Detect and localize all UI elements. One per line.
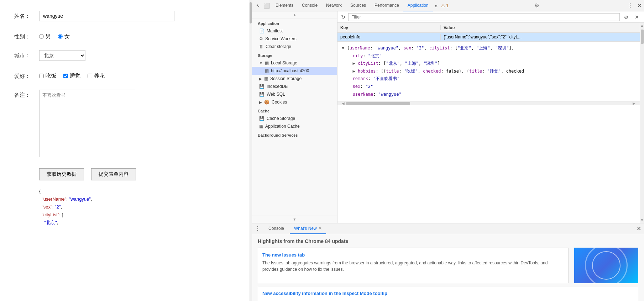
bottom-content-area: Highlights from the Chrome 84 update The… — [252, 234, 644, 301]
gender-female-radio[interactable] — [58, 34, 63, 39]
submit-button[interactable]: 提交表单内容 — [91, 168, 136, 180]
json-line1: { — [39, 188, 235, 195]
remark-label: 备注： — [14, 90, 39, 99]
tab-console[interactable]: Console — [298, 0, 322, 11]
hobby-label: 爱好： — [14, 71, 39, 80]
city-control: 北京 上海 深圳 — [39, 50, 235, 61]
bottom-close-button[interactable]: ✕ — [637, 225, 641, 232]
vertical-scrollbar[interactable]: ▲ ▼ — [640, 23, 644, 223]
history-button[interactable]: 获取历史数据 — [39, 168, 84, 180]
scrollbar-thumb — [250, 2, 252, 23]
h-scroll-left-arrow[interactable]: ◀ — [342, 101, 345, 105]
tab-elements[interactable]: Elements — [271, 0, 298, 11]
name-label: 姓名： — [14, 11, 39, 20]
expand-arrow-3[interactable]: ▶ — [352, 69, 355, 74]
devtools-panel: ↖ ⬜ Elements Console Network Sources Per… — [252, 0, 644, 301]
card-title-2: New accessibility information in the Ins… — [262, 291, 634, 296]
sidebar-item-clear-storage[interactable]: 🗑 Clear storage — [252, 43, 337, 51]
gender-female-option[interactable]: 女 — [58, 33, 70, 40]
preview-line6: sex: "2" — [342, 83, 635, 91]
bottom-menu-icon[interactable]: ⋮ — [255, 225, 261, 232]
sidebar-item-indexeddb[interactable]: 💾 IndexedDB — [252, 83, 337, 90]
sidebar-scroll-top[interactable]: ▲ — [252, 11, 337, 19]
indexeddb-label: IndexedDB — [267, 84, 288, 89]
hobby-sleep-option[interactable]: 睡觉 — [63, 73, 80, 79]
remark-row: 备注： — [14, 90, 235, 158]
tab-performance[interactable]: Performance — [370, 0, 403, 11]
city-select[interactable]: 北京 上海 深圳 — [39, 50, 85, 61]
preview-line2: city: "北京" — [342, 52, 635, 60]
cookies-arrow: ▶ — [259, 100, 262, 104]
hobby-eat-checkbox[interactable] — [39, 74, 44, 78]
web-page-panel: 姓名： 性别： 男 女 城市： 北京 上海 深圳 — [0, 0, 249, 301]
sidebar-item-session-storage[interactable]: ▶ ▦ Session Storage — [252, 75, 337, 83]
devtools-content-area: ↻ ⊘ ✕ Key Value peopleInfo {"userName":" — [337, 11, 644, 223]
v-scroll-thumb[interactable] — [641, 30, 644, 44]
name-input[interactable] — [39, 11, 174, 21]
filter-input[interactable] — [348, 13, 620, 21]
gender-male-radio[interactable] — [39, 34, 44, 39]
sidebar-item-localhost[interactable]: ▦ http://localhost:4200 — [252, 67, 337, 75]
sidebar-scroll-bottom[interactable]: ▼ — [252, 216, 337, 223]
gender-male-label: 男 — [46, 33, 51, 40]
sidebar-item-manifest[interactable]: 📄 Manifest — [252, 27, 337, 35]
preview-line3: ▶ cityList: ["北京", "上海", "深圳"] — [342, 60, 635, 68]
horizontal-scrollbar[interactable]: ◀ ▶ — [337, 101, 640, 105]
warning-badge[interactable]: ⚠ 1 — [441, 3, 449, 8]
hobby-sleep-checkbox[interactable] — [63, 74, 68, 78]
expand-arrow-1[interactable]: ▼ — [342, 46, 344, 51]
storage-content: Key Value peopleInfo {"userName":"wangyu… — [337, 23, 644, 223]
more-options-icon[interactable]: ⋮ — [625, 2, 635, 9]
hobby-flower-label: 养花 — [94, 73, 105, 79]
scroll-up-btn[interactable]: ▲ — [640, 23, 644, 28]
block-icon[interactable]: ⊘ — [622, 13, 630, 21]
remark-textarea[interactable] — [39, 90, 135, 157]
service-workers-icon: ⚙ — [259, 36, 263, 41]
sidebar-item-local-storage[interactable]: ▼ ▦ Local Storage — [252, 59, 337, 67]
tab-network[interactable]: Network — [322, 0, 346, 11]
cursor-icon[interactable]: ↖ — [254, 2, 262, 10]
h-scroll-thumb[interactable] — [346, 102, 410, 105]
more-tabs-icon[interactable]: » — [433, 3, 440, 9]
app-cache-label: Application Cache — [265, 124, 300, 129]
devtools-main-area: ▲ Application 📄 Manifest ⚙ Service Worke… — [252, 11, 644, 223]
settings-icon[interactable]: ⚙ — [532, 2, 541, 9]
sidebar-item-service-workers[interactable]: ⚙ Service Workers — [252, 35, 337, 43]
websql-label: Web SQL — [267, 92, 285, 97]
expand-arrow-2[interactable]: ▶ — [352, 61, 355, 66]
scroll-down-btn[interactable]: ▼ — [640, 217, 644, 223]
refresh-button[interactable]: ↻ — [340, 14, 346, 21]
cache-storage-label: Cache Storage — [267, 116, 295, 121]
sidebar-item-websql[interactable]: 💾 Web SQL — [252, 90, 337, 98]
close-devtools-icon[interactable]: ✕ — [635, 2, 644, 9]
localhost-label: http://localhost:4200 — [271, 68, 309, 73]
sidebar-item-cache-storage[interactable]: 💾 Cache Storage — [252, 115, 337, 122]
hobby-flower-checkbox[interactable] — [88, 74, 92, 78]
localhost-icon: ▦ — [265, 68, 269, 73]
bottom-tab-whats-new[interactable]: What's New ✕ — [290, 223, 326, 234]
hobby-control: 吃饭 睡觉 养花 — [39, 71, 235, 79]
clear-filter-button[interactable]: ✕ — [633, 13, 641, 21]
bottom-tab-console[interactable]: Console — [264, 223, 288, 234]
hobby-eat-option[interactable]: 吃饭 — [39, 73, 56, 79]
gender-male-option[interactable]: 男 — [39, 33, 51, 40]
preview-line4: ▶ hobbies: [{title: "吃饭", checked: false… — [342, 68, 635, 75]
sidebar-item-cookies[interactable]: ▶ 🍪 Cookies — [252, 98, 337, 106]
hobby-flower-option[interactable]: 养花 — [88, 73, 105, 79]
local-storage-arrow: ▼ — [259, 61, 263, 65]
whats-new-close-icon[interactable]: ✕ — [318, 226, 322, 231]
preview-line5: remark: "不喜欢看书" — [342, 75, 635, 83]
sidebar-item-app-cache[interactable]: ▦ Application Cache — [252, 122, 337, 130]
cookies-icon: 🍪 — [264, 100, 269, 105]
h-scroll-right-arrow[interactable]: ▶ — [633, 101, 635, 105]
tab-application[interactable]: Application — [403, 0, 433, 11]
mobile-icon[interactable]: ⬜ — [263, 2, 271, 10]
value-cell: {"userName":"wangyue","sex":"2","cityL..… — [441, 34, 640, 40]
json-line2: "userName": "wangyue", — [39, 195, 235, 203]
storage-area: Key Value peopleInfo {"userName":"wangyu… — [337, 23, 640, 223]
tab-sources[interactable]: Sources — [346, 0, 370, 11]
thumbnail-circle-outer — [585, 248, 628, 283]
card-accessibility: New accessibility information in the Ins… — [258, 286, 638, 301]
table-row[interactable]: peopleInfo {"userName":"wangyue","sex":"… — [337, 33, 640, 41]
devtools-left-scrollbar[interactable] — [249, 0, 252, 301]
